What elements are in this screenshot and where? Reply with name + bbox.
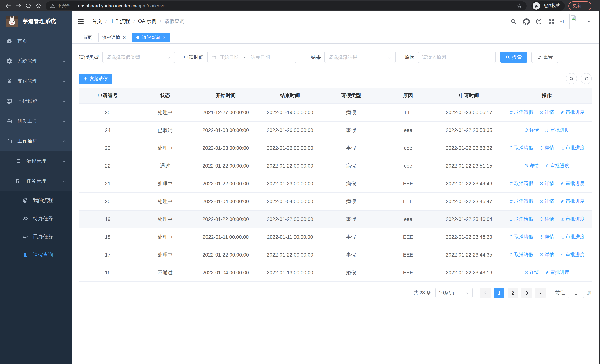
table-row[interactable]: 23 处理中 2022-01-03 00:00:00 2022-01-26 00… [79,139,592,157]
detail-link[interactable]: 详情 [539,234,554,240]
sidebar-item-dev-tools[interactable]: 研发工具 [0,111,72,131]
tab-leave-query[interactable]: 请假查询 ✕ [132,33,170,42]
fullscreen-button[interactable] [548,18,555,25]
sidebar-item-home[interactable]: 首页 [0,31,72,51]
approval-progress-link[interactable]: 审批进度 [560,252,584,258]
page-size-select[interactable]: 10条/页 [435,288,472,298]
table-row[interactable]: 19 处理中 2022-01-22 00:00:00 2022-01-22 00… [79,210,592,228]
reason-input[interactable]: 请输入原因 [418,52,496,63]
page-button-1[interactable]: 1 [494,288,504,298]
browser-back-button[interactable] [4,1,13,10]
approval-progress-link[interactable]: 审批进度 [560,109,584,116]
sidebar-item-workflow[interactable]: 工作流程 [0,131,72,151]
sidebar-item-infrastructure[interactable]: 基础设施 [0,91,72,111]
detail-link[interactable]: 详情 [524,127,539,133]
address-bar[interactable]: 不安全 dashboard.yudao.iocoder.cn/bpm/oa/le… [46,1,527,10]
detail-link[interactable]: 详情 [539,145,554,151]
create-leave-button[interactable]: 发起请假 [79,74,112,84]
table-row[interactable]: 20 处理中 2022-01-04 00:00:00 2022-01-04 00… [79,193,592,210]
cell-apply-id: 21 [79,175,136,193]
sidebar-item-done-tasks[interactable]: 已办任务 [0,228,72,246]
browser-reload-button[interactable] [24,1,33,10]
chevron-up-icon [62,179,66,184]
table-row[interactable]: 21 处理中 2022-01-22 00:00:00 2022-01-23 00… [79,175,592,193]
browser-forward-button[interactable] [14,1,23,10]
font-size-button[interactable]: tT [560,19,565,24]
cancel-leave-link[interactable]: 取消请假 [509,252,533,258]
detail-link[interactable]: 详情 [539,109,554,116]
cancel-leave-link[interactable]: 取消请假 [509,145,533,151]
approval-progress-link[interactable]: 审批进度 [545,127,569,133]
hide-search-button[interactable] [566,73,577,84]
approval-progress-link[interactable]: 审批进度 [560,180,584,187]
table-row[interactable]: 22 通过 2022-01-22 00:00:00 2022-01-22 00:… [79,157,592,175]
approval-progress-link[interactable]: 审批进度 [560,145,584,151]
sidebar-collapse-icon[interactable] [77,18,84,25]
table-row[interactable]: 17 处理中 2022-01-22 00:00:00 2022-01-22 00… [79,246,592,264]
cell-end-time: 2022-01-13 00:00:00 [258,264,322,281]
chevron-up-icon [62,139,66,143]
sidebar-item-payment[interactable]: 支付管理 [0,71,72,91]
reset-button[interactable]: 重置 [531,52,558,63]
cell-status: 处理中 [136,175,194,193]
table-row[interactable]: 18 处理中 2022-01-11 00:00:00 2022-01-11 00… [79,228,592,246]
page-button-3[interactable]: 3 [521,288,532,298]
search-button[interactable]: 搜索 [500,52,527,63]
approval-progress-link[interactable]: 审批进度 [545,163,569,169]
leave-type-select[interactable]: 请选择请假类型 [102,52,175,63]
incognito-label: 无痕模式 [543,3,560,9]
sidebar-item-label: 流程管理 [26,158,62,165]
result-select[interactable]: 请选择流结果 [324,52,396,63]
header-search-button[interactable] [510,18,517,25]
pen-icon [545,128,549,132]
next-page-button[interactable] [535,288,545,298]
approval-progress-link[interactable]: 审批进度 [560,234,584,240]
tab-close-icon[interactable]: ✕ [123,35,126,40]
sidebar-item-todo-tasks[interactable]: 待办任务 [0,209,72,228]
breadcrumb-item[interactable]: 首页 [92,18,102,25]
detail-link[interactable]: 详情 [539,252,554,258]
page-button-2[interactable]: 2 [508,288,518,298]
browser-home-button[interactable] [34,1,43,10]
table-row[interactable]: 24 已取消 2022-01-03 00:00:00 2022-01-26 00… [79,121,592,139]
approval-progress-link[interactable]: 审批进度 [545,270,569,276]
github-link[interactable] [523,18,530,25]
cancel-leave-link[interactable]: 取消请假 [509,198,533,205]
tab-home[interactable]: 首页 [79,33,96,42]
cancel-leave-link[interactable]: 取消请假 [509,180,533,187]
breadcrumb-item[interactable]: 工作流程 [110,18,130,25]
tab-close-icon[interactable]: ✕ [162,35,166,40]
refresh-table-button[interactable] [581,73,592,84]
avatar[interactable] [569,14,584,29]
avatar-caret-icon[interactable] [587,19,591,24]
browser-menu-icon[interactable] [583,3,589,8]
cancel-leave-link[interactable]: 取消请假 [509,216,533,222]
help-button[interactable] [535,18,543,25]
approval-progress-link[interactable]: 审批进度 [560,198,584,205]
tab-process-detail[interactable]: 流程详情 ✕ [98,33,130,42]
prev-page-button[interactable] [480,288,491,298]
detail-link[interactable]: 详情 [524,270,539,276]
sidebar-item-my-process[interactable]: 我的流程 [0,191,72,209]
sidebar-item-task-management[interactable]: 任务管理 [0,171,72,191]
browser-update-button[interactable]: 更新 [569,1,591,10]
cancel-leave-link[interactable]: 取消请假 [509,234,533,240]
goto-page-input[interactable] [568,288,584,298]
bookmark-star-icon[interactable] [517,3,522,9]
end-date-placeholder: 结束日期 [251,54,270,61]
sidebar-item-leave-query[interactable]: 请假查询 [0,246,72,264]
table-row[interactable]: 25 处理中 2021-12-27 00:00:00 2022-01-19 00… [79,104,592,121]
sidebar-item-process-management[interactable]: 流程管理 [0,151,72,171]
approval-progress-link[interactable]: 审批进度 [560,216,584,222]
detail-link[interactable]: 详情 [539,198,554,205]
apply-time-range-picker[interactable]: 开始日期 - 结束日期 [207,52,296,63]
detail-link[interactable]: 详情 [539,180,554,187]
table-row[interactable]: 16 不通过 2022-01-04 00:00:00 2022-01-13 00… [79,264,592,281]
briefcase-icon [6,138,13,145]
detail-link[interactable]: 详情 [539,216,554,222]
cancel-leave-link[interactable]: 取消请假 [509,109,533,116]
detail-link[interactable]: 详情 [524,163,539,169]
page-size-value: 10条/页 [439,290,465,296]
breadcrumb-item[interactable]: OA 示例 [138,18,156,25]
sidebar-item-system[interactable]: 系统管理 [0,51,72,71]
